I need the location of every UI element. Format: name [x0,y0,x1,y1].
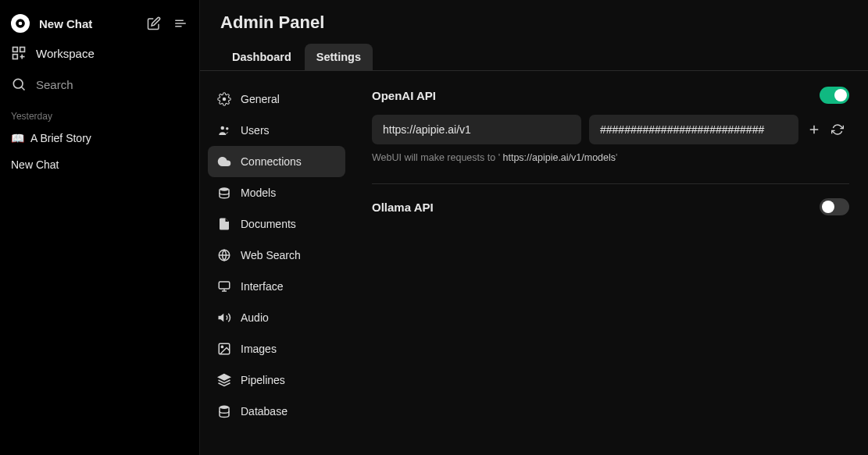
divider [372,183,849,184]
new-chat-title[interactable]: New Chat [39,17,92,30]
svg-rect-6 [20,48,25,52]
snav-audio[interactable]: Audio [208,302,345,333]
snav-images[interactable]: Images [208,333,345,364]
svg-point-24 [220,406,229,410]
layers-icon [217,186,231,200]
snav-label: Models [241,187,276,199]
snav-label: Web Search [241,249,301,261]
svg-point-12 [221,126,225,130]
svg-line-11 [22,87,25,91]
svg-point-10 [13,79,23,88]
svg-rect-7 [13,55,18,59]
chat-title: A Brief Story [30,132,91,144]
snav-documents[interactable]: Documents [208,208,345,240]
image-icon [217,342,231,356]
menu-icon[interactable] [173,16,188,31]
svg-point-14 [220,187,229,191]
snav-label: Interface [241,280,283,293]
users-icon [217,123,231,137]
snav-label: General [241,93,280,105]
chat-item[interactable]: New Chat [0,151,199,178]
svg-point-22 [221,346,223,347]
snav-label: Audio [241,311,269,324]
section-label: Yesterday [0,100,199,125]
chat-item[interactable]: 📖 A Brief Story [0,125,199,151]
snav-label: Documents [241,218,296,230]
search-icon [11,76,27,92]
app-logo[interactable] [11,14,30,33]
snav-label: Pipelines [241,374,285,386]
snav-general[interactable]: General [208,84,345,115]
page-title: Admin Panel [220,12,848,33]
chat-title: New Chat [11,158,59,171]
snav-label: Database [241,405,288,418]
sidebar-workspace[interactable]: Workspace [0,37,199,69]
globe-icon [217,248,231,262]
compose-icon[interactable] [146,16,162,31]
snav-database[interactable]: Database [208,396,345,427]
snav-label: Images [241,343,277,355]
svg-point-1 [19,22,23,26]
ollama-title: Ollama API [372,201,434,214]
svg-rect-17 [219,282,230,289]
snav-interface[interactable]: Interface [208,271,345,302]
gear-icon [217,92,231,106]
svg-rect-5 [13,48,18,52]
openai-title: OpenAI API [372,89,436,102]
sidebar-search[interactable]: Search [0,69,199,100]
snav-users[interactable]: Users [208,115,345,146]
grid-icon [11,45,27,61]
cloud-icon [217,155,231,169]
tab-settings[interactable]: Settings [305,44,373,70]
snav-models[interactable]: Models [208,177,345,208]
svg-point-13 [226,127,228,130]
snav-label: Connections [241,155,302,168]
search-label: Search [36,78,73,91]
openai-hint: WebUI will make requests to ' https://ap… [372,152,849,163]
svg-marker-23 [219,375,230,381]
snav-web-search[interactable]: Web Search [208,240,345,271]
openai-url-input[interactable] [372,115,581,144]
document-icon [217,217,231,231]
add-icon[interactable] [806,122,822,137]
openai-toggle[interactable] [820,87,849,104]
tab-dashboard[interactable]: Dashboard [220,44,303,70]
openai-key-input[interactable] [589,115,798,144]
workspace-label: Workspace [36,47,95,60]
stack-icon [217,373,231,387]
monitor-icon [217,279,231,293]
chat-emoji: 📖 [11,132,24,144]
svg-marker-20 [219,314,224,322]
speaker-icon [217,311,231,325]
snav-label: Users [241,124,270,137]
snav-connections[interactable]: Connections [208,146,345,177]
ollama-toggle[interactable] [820,198,849,215]
database-icon [217,404,231,418]
refresh-icon[interactable] [830,122,845,137]
snav-pipelines[interactable]: Pipelines [208,364,345,396]
